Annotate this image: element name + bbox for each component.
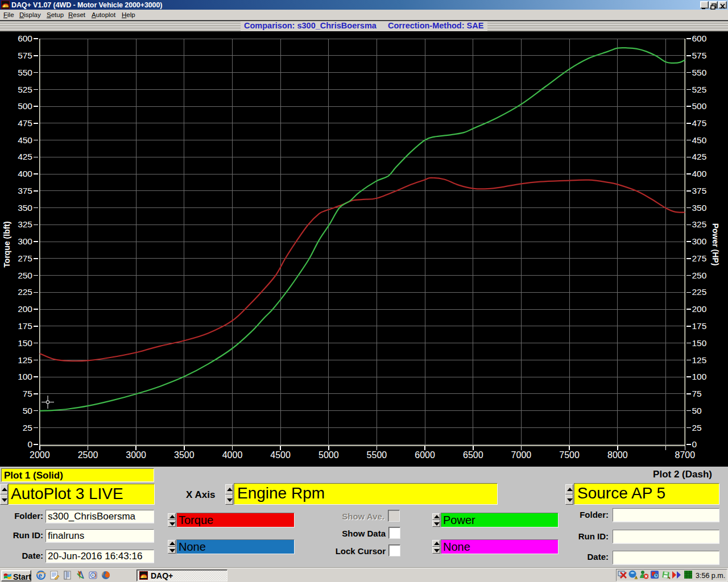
svg-text:450: 450	[18, 135, 32, 145]
svg-text:3500: 3500	[174, 450, 195, 460]
svg-text:525: 525	[692, 85, 707, 94]
svg-text:6500: 6500	[463, 450, 483, 460]
svg-text:100: 100	[18, 372, 32, 381]
svg-text:250: 250	[692, 271, 707, 280]
svg-text:400: 400	[692, 169, 707, 178]
svg-text:75: 75	[23, 389, 32, 398]
svg-text:8000: 8000	[607, 450, 628, 460]
svg-text:125: 125	[18, 355, 32, 365]
svg-text:475: 475	[18, 118, 32, 128]
svg-text:425: 425	[692, 152, 707, 161]
svg-text:250: 250	[18, 271, 32, 280]
svg-text:375: 375	[692, 186, 707, 196]
svg-text:!: !	[635, 576, 636, 579]
svg-text:6000: 6000	[415, 450, 435, 460]
svg-text:275: 275	[692, 253, 707, 263]
svg-text:4000: 4000	[222, 450, 243, 460]
svg-text:500: 500	[692, 101, 707, 111]
svg-text:Torque (lbft): Torque (lbft)	[2, 221, 11, 267]
svg-text:475: 475	[692, 118, 707, 128]
svg-text:225: 225	[18, 287, 32, 297]
svg-text:5000: 5000	[318, 450, 339, 460]
svg-text:100: 100	[692, 372, 707, 381]
svg-text:450: 450	[692, 135, 707, 145]
svg-text:375: 375	[18, 186, 32, 196]
svg-text:25: 25	[692, 423, 702, 433]
svg-text:200: 200	[18, 304, 32, 314]
svg-text:550: 550	[692, 68, 707, 77]
svg-text:150: 150	[18, 338, 32, 348]
svg-text:325: 325	[18, 219, 32, 229]
svg-text:575: 575	[692, 51, 707, 60]
svg-text:0: 0	[692, 439, 697, 449]
svg-text:350: 350	[18, 203, 32, 213]
svg-text:350: 350	[692, 203, 707, 213]
svg-text:550: 550	[18, 68, 32, 77]
svg-text:175: 175	[18, 321, 32, 331]
svg-text:425: 425	[18, 152, 32, 161]
svg-text:0: 0	[27, 439, 32, 449]
svg-text:50: 50	[692, 406, 702, 415]
svg-text:600: 600	[692, 34, 707, 43]
svg-text:225: 225	[692, 287, 707, 297]
svg-text:4500: 4500	[270, 450, 291, 460]
svg-text:7500: 7500	[559, 450, 580, 460]
svg-text:200: 200	[692, 304, 707, 314]
svg-text:175: 175	[692, 321, 707, 331]
svg-text:400: 400	[18, 169, 32, 178]
svg-text:8700: 8700	[675, 450, 696, 460]
svg-text:3000: 3000	[126, 450, 146, 460]
svg-text:75: 75	[692, 389, 702, 398]
svg-text:600: 600	[18, 34, 32, 43]
svg-text:50: 50	[23, 406, 33, 415]
svg-text:300: 300	[692, 236, 707, 246]
svg-text:500: 500	[18, 101, 32, 111]
svg-text:125: 125	[692, 355, 707, 365]
svg-text:25: 25	[23, 423, 32, 433]
svg-text:7000: 7000	[511, 450, 532, 460]
svg-text:2500: 2500	[78, 450, 98, 460]
svg-text:300: 300	[18, 236, 32, 246]
svg-text:575: 575	[18, 51, 32, 60]
svg-text:150: 150	[692, 338, 707, 348]
svg-text:Power (HP): Power (HP)	[711, 223, 720, 266]
svg-text:275: 275	[18, 253, 32, 263]
svg-text:525: 525	[18, 85, 32, 94]
svg-text:5500: 5500	[367, 450, 387, 460]
svg-text:2000: 2000	[30, 450, 50, 460]
svg-text:325: 325	[692, 219, 707, 229]
